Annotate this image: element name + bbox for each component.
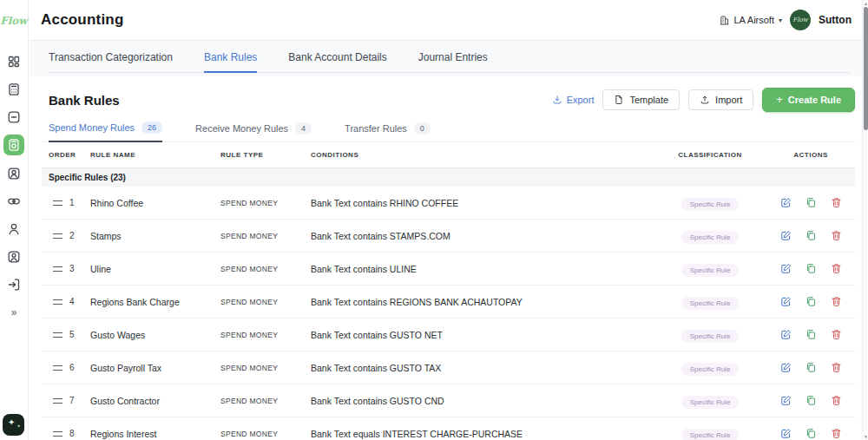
copy-rule-button[interactable] bbox=[805, 329, 817, 341]
edit-rule-button[interactable] bbox=[779, 296, 792, 308]
sidebar-item-link[interactable] bbox=[3, 191, 24, 211]
sparkle-icon: ✦ bbox=[8, 417, 15, 427]
sidebar-item-calculator[interactable] bbox=[3, 79, 24, 99]
content-area: Bank Rules Export Temp bbox=[30, 76, 862, 440]
order-cell: 8 bbox=[49, 429, 90, 438]
rule-type-cell: SPEND MONEY bbox=[220, 430, 311, 438]
edit-rule-button[interactable] bbox=[779, 263, 792, 275]
download-icon bbox=[552, 95, 562, 105]
user-card-icon bbox=[7, 250, 21, 264]
sidebar-nav: » bbox=[0, 41, 28, 322]
edit-rule-button[interactable] bbox=[779, 428, 792, 440]
classification-badge: Specific Rule bbox=[681, 429, 740, 440]
scrollbar-thumb[interactable] bbox=[864, 7, 868, 130]
sidebar-item-user[interactable] bbox=[3, 219, 24, 239]
copy-rule-button[interactable] bbox=[805, 230, 817, 242]
sidebar-item-user-card[interactable] bbox=[3, 246, 24, 266]
order-number: 6 bbox=[69, 363, 75, 372]
copy-rule-button[interactable] bbox=[805, 296, 817, 308]
create-rule-button[interactable]: + Create Rule bbox=[762, 88, 855, 112]
copy-rule-button[interactable] bbox=[805, 395, 817, 407]
delete-rule-button[interactable] bbox=[830, 428, 842, 440]
trash-icon bbox=[831, 263, 842, 274]
sidebar-item-expand-sidebar[interactable]: » bbox=[3, 302, 24, 322]
edit-icon bbox=[780, 362, 792, 373]
subtab-receive-money-rules[interactable]: Receive Money Rules4 bbox=[195, 121, 312, 141]
drag-handle[interactable] bbox=[53, 431, 62, 437]
delete-rule-button[interactable] bbox=[830, 329, 842, 341]
sidebar-item-dashboard[interactable] bbox=[3, 51, 24, 71]
copy-rule-button[interactable] bbox=[805, 428, 817, 440]
subtab-spend-money-rules[interactable]: Spend Money Rules26 bbox=[49, 121, 162, 142]
edit-icon bbox=[780, 428, 792, 439]
actions-wrap bbox=[766, 329, 855, 341]
delete-rule-button[interactable] bbox=[830, 197, 842, 209]
sidebar-item-sign-out[interactable] bbox=[3, 274, 24, 294]
copy-rule-button[interactable] bbox=[805, 362, 817, 374]
table-row: 7Gusto ContractorSPEND MONEYBank Text co… bbox=[42, 384, 855, 417]
tab-bank-account-details[interactable]: Bank Account Details bbox=[288, 51, 386, 72]
order-wrap: 8 bbox=[49, 429, 90, 438]
export-button[interactable]: Export bbox=[552, 95, 595, 105]
section-header: Bank Rules Export Temp bbox=[42, 87, 855, 113]
delete-rule-button[interactable] bbox=[830, 263, 842, 275]
avatar[interactable]: Flow bbox=[790, 10, 811, 30]
subtab-count-badge: 26 bbox=[141, 121, 162, 134]
scroll-down-arrow-icon[interactable]: ▼ bbox=[863, 434, 868, 439]
ai-assistant-button[interactable]: ✦ ✦ bbox=[3, 414, 24, 436]
import-button[interactable]: Import bbox=[688, 89, 753, 110]
actions-cell bbox=[766, 296, 855, 308]
classification-badge: Specific Rule bbox=[681, 330, 740, 343]
trash-icon bbox=[831, 230, 842, 241]
edit-icon bbox=[780, 296, 792, 307]
order-number: 4 bbox=[69, 297, 75, 306]
scroll-up-arrow-icon[interactable]: ▲ bbox=[863, 1, 868, 6]
classification-cell: Specific Rule bbox=[654, 260, 766, 277]
tab-transaction-categorization[interactable]: Transaction Categorization bbox=[49, 51, 173, 72]
classification-badge: Specific Rule bbox=[681, 363, 740, 376]
drag-handle[interactable] bbox=[53, 200, 62, 206]
subtab-transfer-rules[interactable]: Transfer Rules0 bbox=[345, 121, 431, 141]
copy-icon bbox=[806, 230, 817, 241]
edit-rule-button[interactable] bbox=[779, 197, 792, 209]
user-name: Sutton bbox=[819, 14, 852, 26]
organization-switcher[interactable]: LA Airsoft ▾ bbox=[719, 15, 783, 26]
delete-rule-button[interactable] bbox=[830, 362, 842, 374]
vertical-scrollbar[interactable]: ▲ ▼ bbox=[862, 0, 868, 440]
order-cell: 3 bbox=[49, 264, 90, 273]
drag-handle[interactable] bbox=[53, 299, 62, 305]
module-tabbar: Transaction CategorizationBank RulesBank… bbox=[30, 41, 862, 76]
page-title: Accounting bbox=[41, 11, 124, 29]
edit-rule-button[interactable] bbox=[779, 362, 792, 374]
contact-circle-icon bbox=[7, 167, 21, 181]
drag-handle[interactable] bbox=[53, 398, 62, 404]
order-cell: 2 bbox=[49, 231, 90, 240]
actions-cell bbox=[766, 263, 855, 275]
module-tabs: Transaction CategorizationBank RulesBank… bbox=[49, 51, 850, 73]
sidebar-item-bank-account[interactable] bbox=[3, 135, 24, 155]
column-header-order: ORDER bbox=[49, 151, 90, 159]
copy-rule-button[interactable] bbox=[805, 263, 817, 275]
delete-rule-button[interactable] bbox=[830, 296, 842, 308]
edit-rule-button[interactable] bbox=[779, 329, 792, 341]
actions-wrap bbox=[766, 197, 855, 209]
edit-rule-button[interactable] bbox=[779, 230, 792, 242]
app-window: Flow » ✦ ✦ Accounting LA Airsoft ▾ bbox=[0, 0, 868, 440]
sidebar-item-document-list[interactable] bbox=[3, 107, 24, 127]
drag-handle[interactable] bbox=[53, 332, 62, 338]
tab-journal-entries[interactable]: Journal Entries bbox=[418, 51, 488, 72]
template-button[interactable]: Template bbox=[602, 89, 680, 110]
edit-rule-button[interactable] bbox=[779, 395, 792, 407]
delete-rule-button[interactable] bbox=[830, 395, 842, 407]
toolbar: Export Template Impo bbox=[552, 88, 855, 112]
conditions-cell: Bank Text contains REGIONS BANK ACHAUTOP… bbox=[311, 297, 654, 307]
tab-bank-rules[interactable]: Bank Rules bbox=[204, 51, 257, 73]
drag-handle[interactable] bbox=[53, 266, 62, 272]
sidebar-item-contact-circle[interactable] bbox=[3, 163, 24, 183]
order-cell: 5 bbox=[49, 330, 90, 339]
trash-icon bbox=[831, 395, 842, 406]
drag-handle[interactable] bbox=[53, 233, 62, 239]
drag-handle[interactable] bbox=[53, 365, 62, 371]
delete-rule-button[interactable] bbox=[830, 230, 842, 242]
copy-rule-button[interactable] bbox=[805, 197, 817, 209]
